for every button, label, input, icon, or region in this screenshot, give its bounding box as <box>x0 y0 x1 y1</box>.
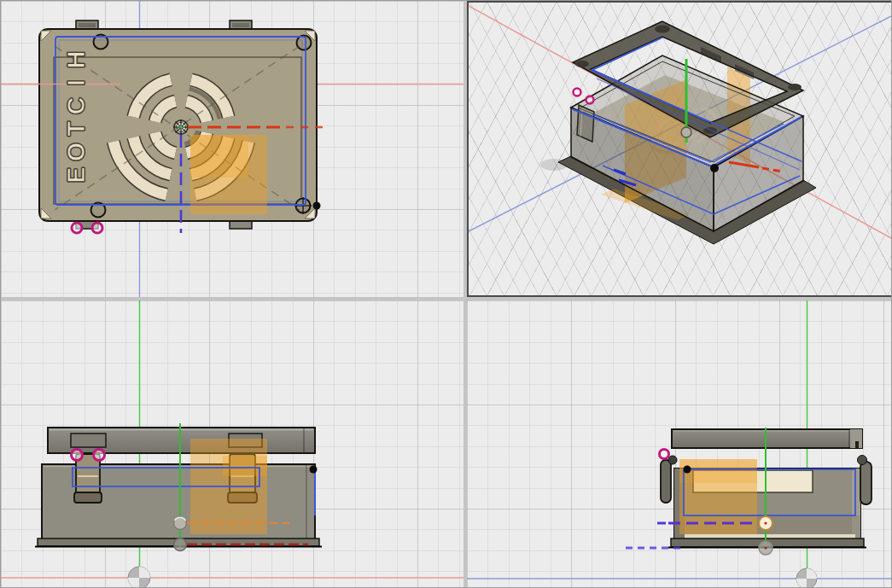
snap-clip[interactable] <box>860 462 872 504</box>
highlight-region-bright <box>679 459 757 483</box>
snap-clip[interactable] <box>577 105 594 142</box>
vertex-dot[interactable] <box>684 466 691 474</box>
lid-notch <box>855 441 859 448</box>
lid-body-top[interactable] <box>39 20 317 229</box>
origin-dot <box>179 125 183 129</box>
side-view-drawing <box>467 300 892 588</box>
viewport-iso-view[interactable] <box>467 1 892 297</box>
vertex-dot[interactable] <box>310 466 318 474</box>
viewport-side-view[interactable] <box>467 300 892 588</box>
lid-slot <box>71 434 106 447</box>
origin-gizmo[interactable] <box>796 568 817 588</box>
iso-view-drawing <box>469 3 891 295</box>
vertex-dot[interactable] <box>313 202 321 210</box>
snap-clip[interactable] <box>661 460 671 503</box>
lid-side[interactable] <box>672 429 862 448</box>
clip-knob <box>668 456 677 464</box>
vertex-dot[interactable] <box>710 164 719 172</box>
top-view-drawing <box>1 1 463 297</box>
origin-gizmo[interactable] <box>128 567 150 588</box>
front-view-drawing <box>1 300 463 588</box>
midpoint-sphere[interactable] <box>681 127 691 137</box>
hole-point[interactable] <box>660 450 669 459</box>
highlight-region-bright <box>190 135 248 178</box>
cad-multiview-canvas: HICTOE <box>0 0 892 588</box>
highlight-region-bright <box>223 456 267 476</box>
clip-knob <box>858 456 867 465</box>
viewport-top-view[interactable]: HICTOE <box>1 1 463 297</box>
viewport-front-view[interactable] <box>1 300 463 588</box>
